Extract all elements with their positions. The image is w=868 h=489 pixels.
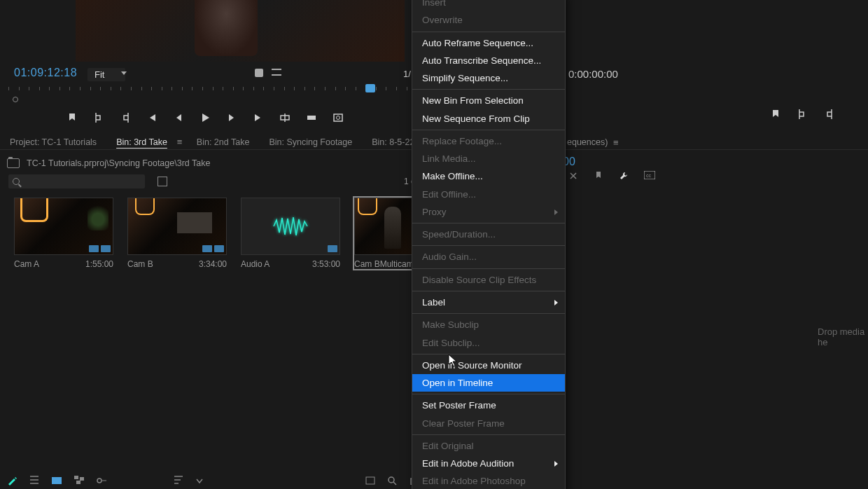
program-timecode[interactable]: 0:00:00:00 bbox=[568, 68, 618, 80]
svg-point-3 bbox=[336, 116, 340, 119]
timeline-tab[interactable]: equences) bbox=[567, 137, 608, 147]
breadcrumb[interactable]: TC-1 Tutorials.prproj\Syncing Footage\3r… bbox=[27, 158, 210, 168]
menu-item-edit-in-adobe-photoshop: Edit in Adobe Photoshop bbox=[412, 472, 565, 489]
tab-project[interactable]: Project: TC-1 Tutorials bbox=[0, 135, 106, 149]
mark-in-icon[interactable] bbox=[797, 109, 808, 120]
menu-item-simplify-sequence[interactable]: Simplify Sequence... bbox=[412, 69, 565, 87]
export-frame-icon[interactable] bbox=[332, 112, 344, 123]
go-to-in-icon[interactable] bbox=[146, 112, 158, 123]
clip-thumbnail[interactable] bbox=[354, 198, 414, 255]
comparison-icon[interactable] bbox=[272, 69, 281, 76]
menu-item-set-poster-frame[interactable]: Set Poster Frame bbox=[412, 397, 565, 414]
menu-item-open-in-timeline[interactable]: Open in Timeline bbox=[412, 374, 565, 392]
clip-name: Cam B bbox=[127, 259, 153, 269]
wrench-icon[interactable] bbox=[619, 171, 629, 181]
menu-separator bbox=[412, 268, 565, 269]
sort-icon[interactable] bbox=[174, 476, 183, 485]
context-menu: InsertOverwriteAuto Reframe Sequence...A… bbox=[412, 0, 566, 489]
clip-name: Audio A bbox=[241, 259, 270, 269]
svg-rect-1 bbox=[307, 116, 316, 120]
audio-badge-icon bbox=[328, 245, 337, 252]
menu-separator bbox=[412, 291, 565, 291]
chevron-down-icon[interactable] bbox=[196, 476, 206, 485]
freeform-view-icon[interactable] bbox=[74, 476, 84, 485]
clip-cam-a[interactable]: Cam A1:55:00 bbox=[14, 198, 113, 269]
step-back-icon[interactable] bbox=[173, 112, 184, 123]
menu-separator bbox=[412, 130, 565, 130]
auto-icon[interactable] bbox=[365, 476, 375, 486]
list-view-icon[interactable] bbox=[29, 476, 39, 485]
menu-item-audio-gain: Audio Gain... bbox=[412, 248, 565, 266]
menu-item-label[interactable]: Label bbox=[412, 294, 565, 311]
menu-item-new-bin-from-selection[interactable]: New Bin From Selection bbox=[412, 92, 565, 109]
tab-bin-2nd-take[interactable]: Bin: 2nd Take bbox=[187, 135, 260, 149]
menu-item-new-sequence-from-clip[interactable]: New Sequence From Clip bbox=[412, 110, 565, 128]
menu-item-edit-in-adobe-audition[interactable]: Edit in Adobe Audition bbox=[412, 455, 565, 472]
go-to-out-icon[interactable] bbox=[253, 112, 264, 123]
zoom-fit-dropdown[interactable]: Fit bbox=[88, 68, 125, 81]
chevron-down-icon bbox=[121, 71, 127, 75]
clip-duration: 1:55:00 bbox=[85, 259, 113, 269]
captions-icon[interactable]: cc bbox=[644, 171, 654, 181]
clip-thumbnail[interactable] bbox=[241, 198, 340, 255]
find-icon[interactable] bbox=[388, 476, 398, 486]
playhead-icon[interactable] bbox=[365, 84, 375, 92]
insert-icon[interactable] bbox=[279, 112, 290, 123]
menu-separator bbox=[412, 434, 565, 435]
menu-item-disable-source-clip-effects: Disable Source Clip Effects bbox=[412, 271, 565, 289]
neon-graphic-icon bbox=[135, 198, 155, 215]
clip-duration: 3:53:00 bbox=[312, 259, 340, 269]
menu-item-open-in-source-monitor[interactable]: Open in Source Monitor bbox=[412, 357, 565, 374]
mark-out-icon[interactable] bbox=[120, 112, 131, 123]
svg-point-11 bbox=[388, 477, 394, 483]
menu-item-link-media: Link Media... bbox=[412, 150, 565, 167]
svg-rect-7 bbox=[80, 477, 84, 481]
menu-item-clear-poster-frame: Clear Poster Frame bbox=[412, 415, 565, 432]
tab-bin-3rd-take[interactable]: Bin: 3rd Take bbox=[106, 135, 177, 149]
menu-item-overwrite: Overwrite bbox=[412, 11, 565, 29]
overwrite-icon[interactable] bbox=[306, 112, 317, 123]
step-forward-icon[interactable] bbox=[226, 112, 237, 123]
playback-resolution[interactable]: 1/ bbox=[403, 69, 411, 79]
range-handle-icon[interactable] bbox=[13, 97, 18, 102]
snap-icon[interactable] bbox=[568, 171, 578, 181]
panel-menu-icon[interactable]: ≡ bbox=[177, 137, 187, 147]
clip-multicam[interactable]: Cam BMulticam bbox=[354, 198, 414, 269]
bin-icon[interactable] bbox=[7, 158, 20, 168]
svg-text:cc: cc bbox=[646, 173, 652, 178]
icon-view-icon[interactable] bbox=[52, 477, 62, 484]
bottom-toolbar bbox=[7, 472, 427, 489]
marker-add-icon[interactable] bbox=[594, 171, 603, 181]
clip-audio-a[interactable]: Audio A3:53:00 bbox=[241, 198, 340, 269]
menu-item-replace-footage: Replace Footage... bbox=[412, 132, 565, 150]
source-timecode[interactable]: 01:09:12:18 bbox=[14, 67, 77, 79]
clip-duration: 3:34:00 bbox=[199, 259, 227, 269]
menu-separator bbox=[412, 394, 565, 394]
pencil-icon[interactable] bbox=[7, 476, 17, 485]
settings-icon[interactable] bbox=[255, 69, 263, 77]
menu-item-auto-transcribe-sequence[interactable]: Auto Transcribe Sequence... bbox=[412, 52, 565, 69]
clip-thumbnail[interactable] bbox=[127, 198, 227, 255]
mark-out-icon[interactable] bbox=[823, 109, 834, 120]
menu-item-edit-subclip: Edit Subclip... bbox=[412, 334, 565, 352]
menu-item-auto-reframe-sequence[interactable]: Auto Reframe Sequence... bbox=[412, 34, 565, 52]
search-input[interactable] bbox=[8, 174, 145, 188]
tab-bin-syncing[interactable]: Bin: Syncing Footage bbox=[259, 135, 362, 149]
play-icon[interactable] bbox=[200, 112, 211, 123]
svg-rect-6 bbox=[74, 476, 78, 479]
desk-graphic-icon bbox=[177, 212, 212, 233]
marker-icon[interactable] bbox=[770, 109, 781, 120]
menu-item-make-offline[interactable]: Make Offline... bbox=[412, 167, 565, 185]
submenu-arrow-icon bbox=[554, 209, 558, 215]
neon-graphic-icon bbox=[358, 198, 377, 215]
timeline-menu-icon[interactable]: ≡ bbox=[613, 137, 619, 148]
view-toggle-icon[interactable] bbox=[158, 177, 167, 186]
clip-thumbnail[interactable] bbox=[14, 198, 113, 255]
clip-cam-b[interactable]: Cam B3:34:00 bbox=[127, 198, 227, 269]
zoom-slider-icon[interactable] bbox=[97, 476, 106, 485]
mark-in-icon[interactable] bbox=[93, 112, 104, 123]
plant-graphic-icon bbox=[88, 202, 108, 230]
svg-rect-10 bbox=[366, 477, 374, 484]
marker-icon[interactable] bbox=[66, 112, 78, 123]
source-scrubber[interactable] bbox=[8, 87, 407, 102]
